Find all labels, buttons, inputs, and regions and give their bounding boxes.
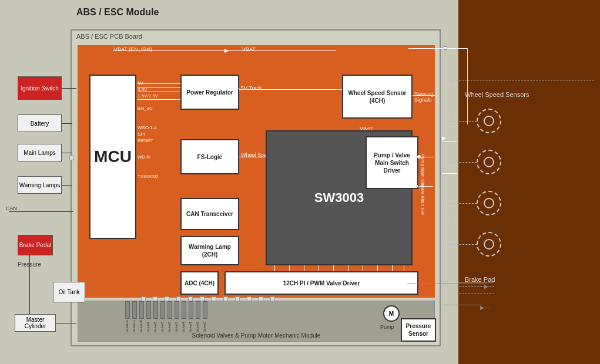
can-ext-label: CAN [6, 205, 17, 211]
valve-label-4: Valve4 [182, 320, 186, 332]
signal-enuc: EN_uC [138, 106, 158, 111]
pressure-right-arrow: ▶— [480, 305, 490, 311]
wheel-sensor-inner-3 [484, 198, 494, 208]
conn-dot-pump [417, 155, 421, 159]
brake-pedal-box: Brake Pedal [18, 235, 53, 255]
valve-label-1: Valve1 [203, 320, 207, 332]
main-lamps-line [62, 153, 72, 153]
pressure-right-line [444, 305, 482, 305]
signal-txdrxd: TXD/RXD [138, 174, 158, 179]
wheel-sensor-4 [477, 232, 501, 257]
signal-reset: RESET [138, 138, 158, 143]
signal-1v5: 1.5V/1.3V [138, 93, 158, 99]
valve-main-sw-label: Valve Main SW [420, 183, 425, 215]
conn-sq-4 [176, 296, 181, 301]
conn-sq-3 [165, 296, 169, 301]
pump-sw-right-line [442, 141, 457, 141]
pressure-sensor-label: Pressure Sensor [402, 322, 435, 338]
conn-sq-11 [259, 296, 263, 301]
valve-pipe-6 [167, 301, 172, 319]
valve-sw-right-line [442, 173, 457, 174]
wheel-sensor-1 [477, 109, 501, 133]
solenoid-label: Solenoid Valves & Pump Motor Mechanic Mo… [192, 332, 321, 339]
power-reg-label: Power Regulator [186, 89, 233, 96]
conn-sq-9 [235, 296, 240, 301]
valve-pipe-9 [146, 301, 151, 319]
vbat-arrow: ▶ [224, 48, 229, 53]
wheel-speed-sensors-label: Wheel Speed Sensors [465, 91, 529, 98]
pwm-block: 12CH PI / PWM Valve Driver [224, 271, 418, 295]
conn-sq-2 [153, 296, 157, 301]
valve-pipe-4 [182, 301, 186, 319]
valve-label-8: Valve8 [153, 320, 158, 332]
conn-sq-10 [247, 296, 252, 301]
wheel-sensor-inner-1 [484, 116, 494, 126]
valve-pipe-2 [196, 301, 200, 319]
vbat-en-ign-label: VBAT (EN_IGN) [114, 46, 152, 52]
valve-label-10: Valve10 [139, 320, 144, 332]
mcu-label: MCU [94, 147, 132, 166]
conn-sq-6 [200, 296, 205, 301]
sensor-dashed-4 [447, 244, 477, 245]
sensing-right-vline [467, 48, 468, 124]
wheel-sensor-inner-2 [484, 157, 494, 167]
power-reg-block: Power Regulator [180, 75, 239, 110]
pump-valve-block: Pump / Valve Main Switch Driver [366, 136, 418, 189]
pcb-board-label: ABS / ESC PCB Board [76, 33, 142, 40]
sensing-signals-label: Sensing Signals [414, 91, 435, 103]
5v-track-arrow: ▶ [235, 85, 239, 91]
main-lamps-label: Main Lamps [24, 150, 55, 156]
warning-lamps-box: Warning Lamps [18, 176, 62, 194]
pwm-label: 12CH PI / PWM Valve Driver [283, 279, 360, 287]
warning-lamps-label: Warning Lamps [19, 182, 61, 188]
can-line [9, 211, 73, 212]
wheel-sensor-3 [477, 191, 501, 215]
signal-3v3: 3.3V [138, 87, 158, 92]
sensing-v-dashed [451, 80, 451, 250]
vbat-label2: VBAT [360, 126, 373, 132]
pump-line-right [447, 282, 494, 282]
motor-label: M [389, 311, 394, 317]
fs-logic-label: FS-Logic [197, 153, 223, 161]
wheel-sensor-inner-4 [484, 239, 494, 250]
pump-main-sw-label: Pump Main SW [420, 154, 425, 187]
valve-pipe-11 [132, 301, 137, 319]
5v-track-label: 5V Track [241, 85, 262, 91]
wheel-sensor-2 [477, 150, 501, 174]
pressure-label: Pressure [18, 261, 41, 268]
battery-box: Battery [18, 114, 62, 132]
sensing-dashed-line [447, 80, 594, 80]
warning-lamps-line [62, 185, 72, 186]
wheel-speed-arrow: ◀ [233, 152, 237, 158]
signal-5v: 5V [138, 80, 158, 86]
connector-squares-top [141, 296, 275, 301]
sw3003-label: SW3003 [314, 190, 364, 205]
brake-pedal-label: Brake Pedal [19, 242, 51, 248]
valve-lines-group [125, 301, 207, 319]
conn-dot-valve [414, 184, 418, 188]
valve-label-11: Valve11 [132, 320, 137, 332]
valve-label-2: Valve2 [196, 320, 200, 332]
page-title: ABS / ESC Module [76, 7, 159, 18]
ignition-switch-label: Ignition Switch [21, 85, 58, 92]
warming-lamp-label: Warming Lamp (2CH) [182, 243, 238, 258]
conn-sq-1 [141, 296, 146, 301]
motor-right-line [407, 284, 486, 284]
sensing-connector-sq [444, 46, 447, 50]
pump-sw-arrow: ▶ [442, 135, 446, 141]
sensing-right-line [408, 48, 467, 49]
valve-label-5: Valve5 [175, 320, 179, 332]
valve-label-9: Valve9 [146, 320, 151, 332]
oil-tank-label: Oil Tank [59, 289, 80, 295]
adc-block: ADC (4CH) [180, 271, 219, 295]
signal-wso: WSO 1-4 [138, 125, 158, 130]
can-label: CAN Transceiver [186, 210, 233, 218]
master-cylinder-label: Master Cylinder [15, 316, 55, 329]
warming-lamp-block: Warming Lamp (2CH) [180, 236, 239, 265]
main-lamps-box: Main Lamps [18, 144, 62, 161]
wss-block: Wheel Speed Sensor (4CH) [342, 75, 413, 119]
valve-pipe-7 [160, 301, 165, 319]
ign-line [62, 88, 76, 89]
battery-line [62, 123, 72, 124]
pump-label: Pump [380, 324, 394, 330]
